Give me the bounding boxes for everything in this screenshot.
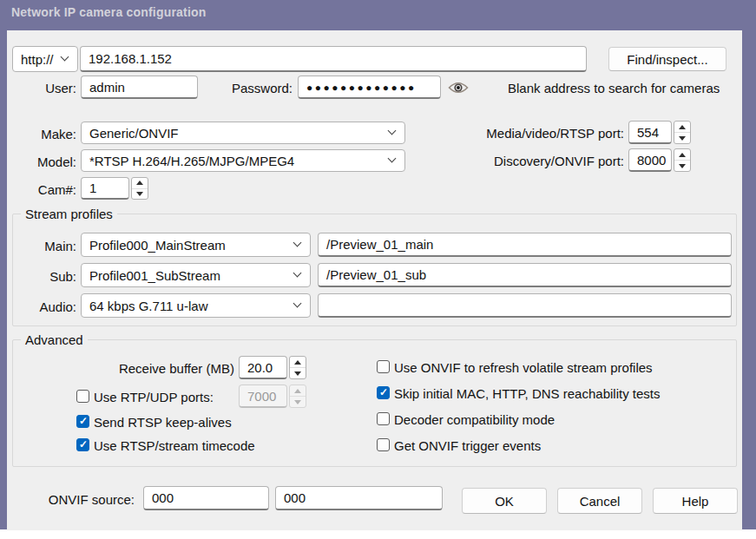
onvif-trigger-label: Get ONVIF trigger events xyxy=(394,438,541,453)
address-input[interactable]: 192.168.1.152 xyxy=(80,46,587,72)
spin-down-icon xyxy=(290,396,306,407)
scheme-select[interactable]: http:// xyxy=(12,46,78,72)
dialog-title: Network IP camera configuration xyxy=(11,5,207,19)
ok-button[interactable]: OK xyxy=(462,488,547,514)
scheme-value: http:// xyxy=(21,52,54,67)
receive-buffer-value: 20.0 xyxy=(247,360,273,375)
rtp-ports-input: 7000 xyxy=(239,385,287,408)
stream-profiles-group-label: Stream profiles xyxy=(21,207,117,221)
user-value: admin xyxy=(89,80,125,95)
use-rtp-udp-label: Use RTP/UDP ports: xyxy=(94,390,214,404)
skip-reachability-checkbox[interactable] xyxy=(377,386,390,399)
rtp-ports-spinner xyxy=(289,385,306,408)
onvif-trigger-checkbox[interactable] xyxy=(377,438,390,451)
spin-up-icon[interactable] xyxy=(290,357,306,367)
onvif-source-value-2: 000 xyxy=(284,490,306,505)
model-select[interactable]: *RTSP H.264/H.265/MJPG/MPEG4 xyxy=(81,149,405,172)
cam-number-label: Cam#: xyxy=(17,182,76,197)
chevron-down-icon xyxy=(293,239,302,247)
decoder-compat-label: Decoder compatibility mode xyxy=(394,412,555,427)
chevron-down-icon xyxy=(293,269,302,278)
cam-number-value: 1 xyxy=(89,181,96,195)
spin-down-icon[interactable] xyxy=(290,367,306,378)
model-value: *RTSP H.264/H.265/MJPG/MPEG4 xyxy=(89,154,294,168)
find-inspect-label: Find/inspect... xyxy=(627,52,707,67)
sub-stream-label: Sub: xyxy=(17,269,76,284)
use-rtp-udp-checkbox[interactable] xyxy=(76,390,89,403)
cam-number-input[interactable]: 1 xyxy=(81,177,129,200)
spin-up-icon xyxy=(290,385,306,396)
media-port-spinner[interactable] xyxy=(674,121,691,144)
sub-path-input[interactable]: /Preview_01_sub xyxy=(318,263,732,287)
sub-profile-select[interactable]: Profile001_SubStream xyxy=(81,263,311,287)
media-port-input[interactable]: 554 xyxy=(628,121,672,144)
receive-buffer-spinner[interactable] xyxy=(289,356,306,379)
onvif-source-input-1[interactable]: 000 xyxy=(143,486,269,510)
main-path-input[interactable]: /Preview_01_main xyxy=(318,233,732,257)
find-inspect-button[interactable]: Find/inspect... xyxy=(608,47,726,71)
onvif-source-value-1: 000 xyxy=(152,490,174,505)
cancel-label: Cancel xyxy=(580,494,621,509)
skip-reachability-label: Skip initial MAC, HTTP, DNS reachability… xyxy=(394,386,660,401)
show-password-eye-icon[interactable] xyxy=(447,80,470,95)
user-label: User: xyxy=(17,81,76,95)
discovery-port-spinner[interactable] xyxy=(674,148,691,172)
main-profile-value: Profile000_MainStream xyxy=(89,238,226,253)
media-port-label: Media/video/RTSP port: xyxy=(468,126,624,141)
use-rtsp-timecode-label: Use RTSP/stream timecode xyxy=(94,438,255,453)
sub-path-value: /Preview_01_sub xyxy=(326,267,426,282)
make-select[interactable]: Generic/ONVIF xyxy=(81,122,405,144)
audio-stream-label: Audio: xyxy=(17,299,76,314)
cam-number-spinner[interactable] xyxy=(131,177,148,200)
audio-profile-value: 64 kbps G.711 u-law xyxy=(89,299,207,313)
chevron-down-icon xyxy=(61,53,69,62)
main-path-value: /Preview_01_main xyxy=(326,237,433,252)
sub-profile-value: Profile001_SubStream xyxy=(89,268,220,283)
onvif-source-input-2[interactable]: 000 xyxy=(275,486,443,510)
audio-profile-select[interactable]: 64 kbps G.711 u-law xyxy=(81,293,311,318)
ok-label: OK xyxy=(495,494,514,509)
spin-up-icon[interactable] xyxy=(132,178,148,188)
model-label: Model: xyxy=(17,154,76,169)
decoder-compat-checkbox[interactable] xyxy=(377,412,390,425)
spin-down-icon[interactable] xyxy=(674,132,690,143)
password-label: Password: xyxy=(208,81,293,95)
advanced-group-label: Advanced xyxy=(21,332,88,347)
spin-up-icon[interactable] xyxy=(674,149,690,160)
chevron-down-icon xyxy=(293,299,302,308)
spin-down-icon[interactable] xyxy=(674,160,690,171)
spin-up-icon[interactable] xyxy=(674,122,690,132)
screen: Network IP camera configuration http:// … xyxy=(0,0,756,539)
make-value: Generic/ONVIF xyxy=(89,126,179,141)
onvif-source-label: ONVIF source: xyxy=(43,492,135,507)
cancel-button[interactable]: Cancel xyxy=(557,488,642,514)
spin-down-icon[interactable] xyxy=(132,188,148,200)
chevron-down-icon xyxy=(388,154,397,163)
onvif-refresh-checkbox[interactable] xyxy=(377,360,390,373)
password-masked-value: ●●●●●●●●●●●●● xyxy=(306,80,417,94)
discovery-port-input[interactable]: 8000 xyxy=(628,148,672,172)
send-rtsp-keepalives-checkbox[interactable] xyxy=(76,415,89,428)
blank-address-note: Blank address to search for cameras xyxy=(508,81,720,95)
receive-buffer-input[interactable]: 20.0 xyxy=(239,356,287,379)
address-value: 192.168.1.152 xyxy=(89,51,172,66)
main-profile-select[interactable]: Profile000_MainStream xyxy=(81,233,311,257)
receive-buffer-label: Receive buffer (MB) xyxy=(78,361,234,376)
help-button[interactable]: Help xyxy=(653,488,738,514)
discovery-port-label: Discovery/ONVIF port: xyxy=(468,154,624,168)
discovery-port-value: 8000 xyxy=(637,153,666,168)
chevron-down-icon xyxy=(388,127,397,135)
send-rtsp-keepalives-label: Send RTSP keep-alives xyxy=(94,415,232,430)
use-rtsp-timecode-checkbox[interactable] xyxy=(76,438,89,451)
user-input[interactable]: admin xyxy=(81,76,198,99)
help-label: Help xyxy=(682,494,709,509)
dialog-titlebar[interactable]: Network IP camera configuration xyxy=(0,0,756,24)
main-stream-label: Main: xyxy=(17,239,76,253)
password-input[interactable]: ●●●●●●●●●●●●● xyxy=(298,76,441,99)
make-label: Make: xyxy=(17,127,76,141)
audio-path-input[interactable] xyxy=(318,293,732,318)
onvif-refresh-label: Use ONVIF to refresh volatile stream pro… xyxy=(394,360,653,375)
rtp-ports-value: 7000 xyxy=(247,389,276,404)
media-port-value: 554 xyxy=(637,125,659,140)
